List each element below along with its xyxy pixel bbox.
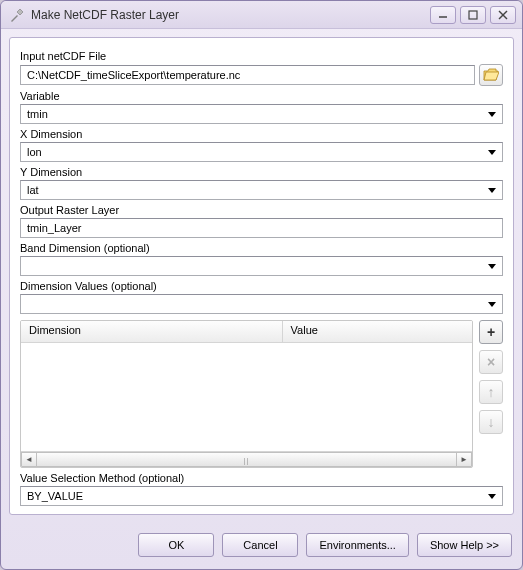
value-selection-dropdown[interactable]: BY_VALUE <box>20 486 503 506</box>
table-side-buttons: + × ↑ ↓ <box>479 320 503 468</box>
dimension-values-dropdown[interactable] <box>20 294 503 314</box>
value-selection-label: Value Selection Method (optional) <box>20 472 503 484</box>
band-dimension-dropdown[interactable] <box>20 256 503 276</box>
environments-button[interactable]: Environments... <box>306 533 408 557</box>
x-dimension-label: X Dimension <box>20 128 503 140</box>
output-layer-label: Output Raster Layer <box>20 204 503 216</box>
input-file-label: Input netCDF File <box>20 50 503 62</box>
window-controls <box>430 6 516 24</box>
variable-label: Variable <box>20 90 503 102</box>
arrow-up-icon: ↑ <box>488 384 495 400</box>
add-row-button[interactable]: + <box>479 320 503 344</box>
close-button[interactable] <box>490 6 516 24</box>
dialog-window: Make NetCDF Raster Layer Input netCDF Fi… <box>0 0 523 570</box>
chevron-down-icon <box>488 302 496 307</box>
scroll-right-icon[interactable]: ► <box>456 452 472 467</box>
form-panel: Input netCDF File Variable tmin X Dimens… <box>9 37 514 515</box>
titlebar: Make NetCDF Raster Layer <box>1 1 522 29</box>
input-file-field[interactable] <box>20 65 475 85</box>
scroll-thumb[interactable]: || <box>37 452 456 467</box>
output-layer-field[interactable] <box>20 218 503 238</box>
variable-value: tmin <box>27 108 488 120</box>
dimension-values-table[interactable]: Dimension Value ◄ || ► <box>20 320 473 468</box>
ok-button[interactable]: OK <box>138 533 214 557</box>
move-down-button[interactable]: ↓ <box>479 410 503 434</box>
folder-open-icon <box>483 68 499 82</box>
content-area: Input netCDF File Variable tmin X Dimens… <box>1 29 522 523</box>
chevron-down-icon <box>488 150 496 155</box>
browse-button[interactable] <box>479 64 503 86</box>
y-dimension-value: lat <box>27 184 488 196</box>
cancel-button[interactable]: Cancel <box>222 533 298 557</box>
chevron-down-icon <box>488 112 496 117</box>
column-dimension[interactable]: Dimension <box>21 321 283 342</box>
hammer-icon <box>9 7 25 23</box>
x-icon: × <box>487 354 495 370</box>
y-dimension-dropdown[interactable]: lat <box>20 180 503 200</box>
band-dimension-label: Band Dimension (optional) <box>20 242 503 254</box>
chevron-down-icon <box>488 188 496 193</box>
column-value[interactable]: Value <box>283 321 472 342</box>
plus-icon: + <box>487 324 495 340</box>
show-help-button[interactable]: Show Help >> <box>417 533 512 557</box>
window-title: Make NetCDF Raster Layer <box>31 8 430 22</box>
table-body[interactable] <box>21 343 472 451</box>
remove-row-button[interactable]: × <box>479 350 503 374</box>
move-up-button[interactable]: ↑ <box>479 380 503 404</box>
variable-dropdown[interactable]: tmin <box>20 104 503 124</box>
x-dimension-value: lon <box>27 146 488 158</box>
dimension-values-label: Dimension Values (optional) <box>20 280 503 292</box>
minimize-button[interactable] <box>430 6 456 24</box>
table-header: Dimension Value <box>21 321 472 343</box>
scroll-track[interactable]: || <box>37 452 456 467</box>
scroll-left-icon[interactable]: ◄ <box>21 452 37 467</box>
chevron-down-icon <box>488 264 496 269</box>
x-dimension-dropdown[interactable]: lon <box>20 142 503 162</box>
maximize-button[interactable] <box>460 6 486 24</box>
arrow-down-icon: ↓ <box>488 414 495 430</box>
y-dimension-label: Y Dimension <box>20 166 503 178</box>
svg-rect-1 <box>469 11 477 19</box>
footer-buttons: OK Cancel Environments... Show Help >> <box>1 523 522 569</box>
horizontal-scrollbar[interactable]: ◄ || ► <box>21 451 472 467</box>
chevron-down-icon <box>488 494 496 499</box>
value-selection-value: BY_VALUE <box>27 490 488 502</box>
